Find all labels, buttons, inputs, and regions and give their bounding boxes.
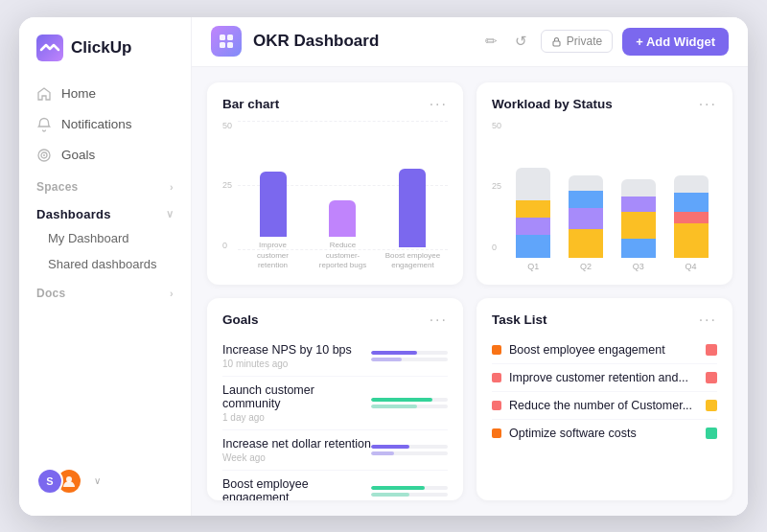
bar-chart-header: Bar chart ···	[222, 96, 448, 113]
workload-chart-area: 50 25 0	[492, 121, 717, 271]
q3-seg1	[621, 197, 656, 212]
q3-seg3	[621, 239, 656, 258]
bar-1	[329, 200, 356, 237]
goal-name-0: Increase NPS by 10 bps	[222, 343, 371, 357]
svg-rect-7	[220, 42, 225, 48]
task-flag-1	[706, 372, 717, 383]
task-flag-2	[706, 400, 717, 411]
q3-seg2	[621, 212, 656, 239]
bar-label-1: Reduce customer-reported bugs	[314, 241, 371, 270]
goal-bar-0	[371, 351, 448, 361]
sidebar-item-home[interactable]: Home	[19, 79, 191, 109]
bar-group-1: Reduce customer-reported bugs	[314, 200, 371, 270]
goal-bar-3	[371, 486, 448, 497]
goals-card: Goals ··· Increase NPS by 10 bps 10 minu…	[207, 298, 463, 500]
task-name-2: Reduce the number of Customer...	[509, 399, 698, 412]
task-list-items: Boost employee engagement Improve custom…	[492, 336, 717, 447]
goals-card-header: Goals ···	[222, 312, 448, 329]
q3-bar	[621, 179, 656, 258]
dashboard-icon	[211, 26, 242, 57]
workload-menu[interactable]: ···	[699, 96, 717, 113]
private-badge[interactable]: Private	[541, 30, 613, 53]
task-name-3: Optimize software costs	[509, 427, 698, 440]
dashboard-grid: Bar chart ··· 50 25 0	[192, 67, 748, 516]
sidebar-section-dashboards: Dashboards ∨	[19, 197, 191, 225]
task-item-0: Boost employee engagement	[492, 336, 717, 364]
edit-button[interactable]: ✏	[481, 29, 501, 54]
task-list-menu[interactable]: ···	[699, 312, 717, 329]
q1-seg1	[516, 200, 550, 218]
goal-info-3: Boost employee engagement	[222, 477, 371, 500]
goal-bar-2	[371, 445, 448, 455]
bar-0	[260, 172, 287, 237]
chevron-right-icon: ›	[170, 181, 174, 193]
goal-info-2: Increase net dollar retention Week ago	[222, 437, 371, 463]
workload-row: 50 25 0	[492, 121, 717, 271]
avatar-group[interactable]: S	[36, 468, 82, 495]
workload-header: Workload by Status ···	[492, 96, 717, 113]
add-widget-button[interactable]: + Add Widget	[622, 28, 729, 56]
q1-label: Q1	[527, 262, 539, 271]
goal-item-0: Increase NPS by 10 bps 10 minutes ago	[222, 336, 448, 377]
task-dot-3	[492, 428, 501, 438]
svg-rect-5	[220, 35, 225, 40]
workload-card: Workload by Status ··· 50 25 0	[476, 82, 732, 285]
bar-chart-content: 50 25 0 Improve c	[222, 121, 448, 271]
sidebar-section-docs: Docs ›	[19, 277, 191, 304]
q2-bar	[569, 175, 603, 258]
goals-list: Increase NPS by 10 bps 10 minutes ago La…	[222, 336, 448, 500]
clickup-logo-icon	[36, 35, 63, 61]
sidebar-item-notifications[interactable]: Notifications	[19, 109, 191, 140]
q4-seg0	[674, 175, 709, 193]
bar-group-0: Improve customer retention	[244, 172, 302, 270]
goal-name-2: Increase net dollar retention	[222, 437, 371, 451]
goal-item-3: Boost employee engagement	[222, 471, 448, 500]
bar-group-2: Boost employee engagement	[384, 169, 441, 271]
goals-card-menu[interactable]: ···	[430, 312, 448, 329]
user-menu-chevron: ∨	[94, 475, 101, 486]
bar-label-2: Boost employee engagement	[384, 251, 441, 271]
sidebar-item-goals-label: Goals	[61, 148, 95, 162]
goal-time-2: Week ago	[222, 452, 371, 463]
task-list-title: Task List	[492, 312, 547, 327]
q3-label: Q3	[633, 262, 644, 271]
goal-name-3: Boost employee engagement	[222, 477, 371, 500]
goal-time-1: 1 day ago	[222, 412, 371, 423]
task-list-card: Task List ··· Boost employee engagement …	[476, 298, 732, 500]
q2-seg0	[569, 175, 603, 191]
q3-seg0	[621, 179, 656, 197]
q1-seg2	[516, 218, 550, 235]
goal-time-0: 10 minutes ago	[222, 359, 371, 369]
bar-chart-menu[interactable]: ···	[430, 96, 448, 113]
goal-item-2: Increase net dollar retention Week ago	[222, 430, 448, 471]
refresh-button[interactable]: ↺	[511, 29, 531, 54]
bar-2	[399, 169, 426, 247]
q4-seg3	[674, 223, 709, 258]
app-window: ClickUp Home Notifications Goals Spaces …	[19, 17, 748, 516]
task-dot-2	[492, 401, 501, 410]
bar-chart-area: 50 25 0 Improve c	[222, 121, 448, 271]
chevron-down-icon: ∨	[166, 208, 174, 220]
bar-chart-card: Bar chart ··· 50 25 0	[207, 82, 463, 285]
page-title: OKR Dashboard	[253, 32, 379, 51]
stacked-q2: Q2	[569, 175, 603, 271]
task-item-1: Improve customer retention and...	[492, 364, 717, 392]
task-name-1: Improve customer retention and...	[509, 371, 698, 384]
q2-seg1	[569, 191, 603, 208]
workload-y: 50 25 0	[492, 121, 501, 271]
q4-seg1	[674, 193, 709, 212]
bar-label-0: Improve customer retention	[244, 241, 302, 270]
svg-point-3	[43, 154, 45, 156]
task-item-3: Optimize software costs	[492, 420, 717, 447]
q4-bar	[674, 175, 709, 258]
workload-title: Workload by Status	[492, 97, 613, 111]
task-flag-0	[706, 344, 717, 356]
sidebar-item-home-label: Home	[61, 86, 96, 101]
task-name-0: Boost employee engagement	[509, 343, 698, 357]
q1-seg0	[516, 168, 550, 200]
sidebar-item-goals[interactable]: Goals	[19, 140, 191, 171]
stacked-bars: Q1 Q2	[507, 121, 717, 271]
q4-label: Q4	[686, 262, 697, 271]
sidebar-item-shared-dashboards[interactable]: Shared dashboards	[19, 251, 191, 277]
sidebar-item-my-dashboard[interactable]: My Dashboard	[19, 225, 191, 251]
